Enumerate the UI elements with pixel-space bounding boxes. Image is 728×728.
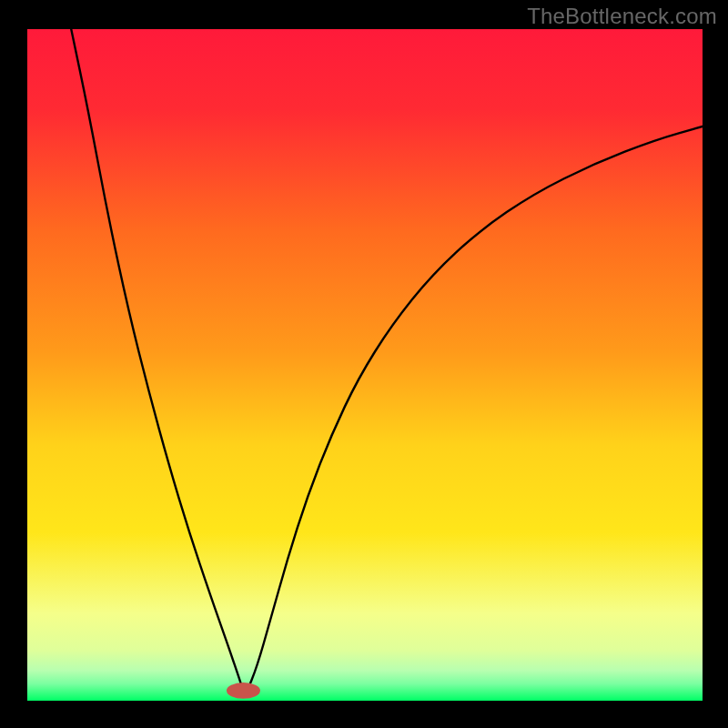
watermark-text: TheBottleneck.com: [527, 4, 717, 29]
chart-svg: [0, 0, 728, 728]
plot-background: [27, 29, 703, 701]
valley-marker: [227, 682, 260, 699]
chart-frame: TheBottleneck.com: [0, 0, 728, 728]
